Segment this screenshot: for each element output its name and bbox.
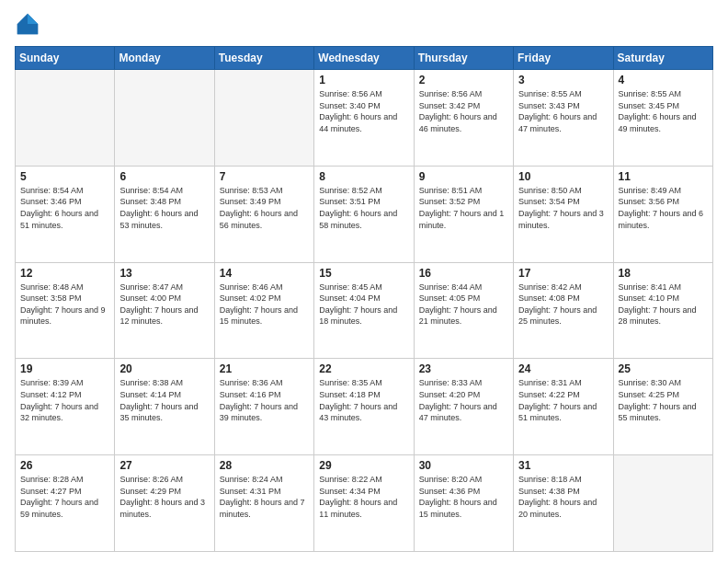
calendar-day-cell: 23Sunrise: 8:33 AMSunset: 4:20 PMDayligh…	[414, 359, 513, 455]
day-number: 24	[518, 362, 608, 375]
day-number: 26	[20, 459, 109, 472]
day-info: Sunrise: 8:26 AMSunset: 4:29 PMDaylight:…	[119, 474, 209, 520]
calendar-day-cell: 27Sunrise: 8:26 AMSunset: 4:29 PMDayligh…	[115, 455, 214, 552]
calendar-day-cell: 11Sunrise: 8:49 AMSunset: 3:56 PMDayligh…	[613, 166, 712, 262]
day-number: 14	[220, 267, 309, 280]
calendar-day-cell: 16Sunrise: 8:44 AMSunset: 4:05 PMDayligh…	[414, 262, 513, 359]
calendar-day-cell: 2Sunrise: 8:56 AMSunset: 3:42 PMDaylight…	[414, 70, 513, 167]
calendar-day-cell: 3Sunrise: 8:55 AMSunset: 3:43 PMDaylight…	[514, 70, 613, 167]
day-info: Sunrise: 8:56 AMSunset: 3:40 PMDaylight:…	[319, 88, 408, 134]
calendar-day-cell: 15Sunrise: 8:45 AMSunset: 4:04 PMDayligh…	[314, 262, 414, 359]
day-info: Sunrise: 8:45 AMSunset: 4:04 PMDaylight:…	[319, 282, 408, 327]
calendar-week-row: 1Sunrise: 8:56 AMSunset: 3:40 PMDaylight…	[16, 70, 713, 167]
day-number: 10	[518, 170, 608, 183]
calendar-week-row: 26Sunrise: 8:28 AMSunset: 4:27 PMDayligh…	[16, 455, 713, 552]
day-info: Sunrise: 8:39 AMSunset: 4:12 PMDaylight:…	[20, 377, 109, 423]
day-info: Sunrise: 8:49 AMSunset: 3:56 PMDaylight:…	[619, 185, 708, 231]
day-number: 4	[619, 74, 708, 86]
day-number: 21	[220, 362, 309, 375]
calendar-day-cell: 5Sunrise: 8:54 AMSunset: 3:46 PMDaylight…	[16, 166, 115, 262]
calendar-day-cell: 31Sunrise: 8:18 AMSunset: 4:38 PMDayligh…	[514, 455, 613, 552]
calendar-day-cell: 19Sunrise: 8:39 AMSunset: 4:12 PMDayligh…	[16, 359, 115, 455]
day-number: 8	[319, 170, 408, 183]
day-number: 27	[119, 459, 209, 472]
calendar-day-cell: 21Sunrise: 8:36 AMSunset: 4:16 PMDayligh…	[214, 359, 313, 455]
day-info: Sunrise: 8:46 AMSunset: 4:02 PMDaylight:…	[220, 282, 309, 327]
day-info: Sunrise: 8:24 AMSunset: 4:31 PMDaylight:…	[220, 474, 309, 520]
svg-marker-1	[28, 14, 38, 24]
calendar-week-row: 19Sunrise: 8:39 AMSunset: 4:12 PMDayligh…	[16, 359, 713, 455]
calendar-day-cell	[214, 70, 313, 167]
day-info: Sunrise: 8:44 AMSunset: 4:05 PMDaylight:…	[419, 282, 508, 327]
calendar-day-cell: 24Sunrise: 8:31 AMSunset: 4:22 PMDayligh…	[514, 359, 613, 455]
day-info: Sunrise: 8:47 AMSunset: 4:00 PMDaylight:…	[119, 282, 209, 327]
calendar-day-cell	[16, 70, 115, 167]
day-number: 2	[419, 74, 508, 86]
calendar-day-cell: 7Sunrise: 8:53 AMSunset: 3:49 PMDaylight…	[214, 166, 313, 262]
weekday-header: Wednesday	[314, 47, 414, 70]
calendar-day-cell: 10Sunrise: 8:50 AMSunset: 3:54 PMDayligh…	[514, 166, 613, 262]
day-number: 18	[619, 267, 708, 280]
day-number: 31	[518, 459, 608, 472]
svg-rect-2	[17, 24, 38, 34]
day-info: Sunrise: 8:55 AMSunset: 3:43 PMDaylight:…	[518, 88, 608, 134]
logo-icon	[15, 11, 40, 37]
calendar-day-cell: 30Sunrise: 8:20 AMSunset: 4:36 PMDayligh…	[414, 455, 513, 552]
calendar-day-cell: 4Sunrise: 8:55 AMSunset: 3:45 PMDaylight…	[613, 70, 712, 167]
calendar-day-cell: 14Sunrise: 8:46 AMSunset: 4:02 PMDayligh…	[214, 262, 313, 359]
calendar-day-cell: 1Sunrise: 8:56 AMSunset: 3:40 PMDaylight…	[314, 70, 414, 167]
day-info: Sunrise: 8:31 AMSunset: 4:22 PMDaylight:…	[518, 377, 608, 423]
calendar-day-cell: 28Sunrise: 8:24 AMSunset: 4:31 PMDayligh…	[214, 455, 313, 552]
day-info: Sunrise: 8:52 AMSunset: 3:51 PMDaylight:…	[319, 185, 408, 231]
calendar-day-cell: 22Sunrise: 8:35 AMSunset: 4:18 PMDayligh…	[314, 359, 414, 455]
calendar-day-cell: 29Sunrise: 8:22 AMSunset: 4:34 PMDayligh…	[314, 455, 414, 552]
calendar-day-cell: 17Sunrise: 8:42 AMSunset: 4:08 PMDayligh…	[514, 262, 613, 359]
logo	[15, 11, 44, 37]
day-info: Sunrise: 8:22 AMSunset: 4:34 PMDaylight:…	[319, 474, 408, 520]
calendar-week-row: 12Sunrise: 8:48 AMSunset: 3:58 PMDayligh…	[16, 262, 713, 359]
day-number: 29	[319, 459, 408, 472]
calendar-day-cell: 20Sunrise: 8:38 AMSunset: 4:14 PMDayligh…	[115, 359, 214, 455]
calendar-day-cell	[613, 455, 712, 552]
day-info: Sunrise: 8:48 AMSunset: 3:58 PMDaylight:…	[20, 282, 109, 327]
day-number: 12	[20, 267, 109, 280]
day-number: 23	[419, 362, 508, 375]
day-number: 22	[319, 362, 408, 375]
calendar-day-cell	[115, 70, 214, 167]
day-number: 25	[619, 362, 708, 375]
day-info: Sunrise: 8:18 AMSunset: 4:38 PMDaylight:…	[518, 474, 608, 520]
day-number: 3	[518, 74, 608, 86]
day-info: Sunrise: 8:54 AMSunset: 3:46 PMDaylight:…	[20, 185, 109, 231]
day-number: 28	[220, 459, 309, 472]
day-info: Sunrise: 8:50 AMSunset: 3:54 PMDaylight:…	[518, 185, 608, 231]
day-info: Sunrise: 8:54 AMSunset: 3:48 PMDaylight:…	[119, 185, 209, 231]
day-number: 7	[220, 170, 309, 183]
day-number: 16	[419, 267, 508, 280]
calendar-day-cell: 13Sunrise: 8:47 AMSunset: 4:00 PMDayligh…	[115, 262, 214, 359]
page: SundayMondayTuesdayWednesdayThursdayFrid…	[0, 0, 728, 563]
weekday-header: Friday	[514, 47, 613, 70]
day-number: 30	[419, 459, 508, 472]
day-number: 1	[319, 74, 408, 86]
day-info: Sunrise: 8:38 AMSunset: 4:14 PMDaylight:…	[119, 377, 209, 423]
day-info: Sunrise: 8:30 AMSunset: 4:25 PMDaylight:…	[619, 377, 708, 423]
day-number: 15	[319, 267, 408, 280]
day-info: Sunrise: 8:41 AMSunset: 4:10 PMDaylight:…	[619, 282, 708, 327]
calendar-day-cell: 12Sunrise: 8:48 AMSunset: 3:58 PMDayligh…	[16, 262, 115, 359]
day-number: 6	[119, 170, 209, 183]
calendar-day-cell: 25Sunrise: 8:30 AMSunset: 4:25 PMDayligh…	[613, 359, 712, 455]
day-number: 5	[20, 170, 109, 183]
calendar-day-cell: 6Sunrise: 8:54 AMSunset: 3:48 PMDaylight…	[115, 166, 214, 262]
weekday-header: Tuesday	[214, 47, 313, 70]
weekday-header: Monday	[115, 47, 214, 70]
day-number: 11	[619, 170, 708, 183]
day-info: Sunrise: 8:56 AMSunset: 3:42 PMDaylight:…	[419, 88, 508, 134]
day-info: Sunrise: 8:33 AMSunset: 4:20 PMDaylight:…	[419, 377, 508, 423]
day-info: Sunrise: 8:36 AMSunset: 4:16 PMDaylight:…	[220, 377, 309, 423]
day-number: 13	[119, 267, 209, 280]
day-info: Sunrise: 8:20 AMSunset: 4:36 PMDaylight:…	[419, 474, 508, 520]
calendar-day-cell: 26Sunrise: 8:28 AMSunset: 4:27 PMDayligh…	[16, 455, 115, 552]
day-info: Sunrise: 8:28 AMSunset: 4:27 PMDaylight:…	[20, 474, 109, 520]
weekday-header: Sunday	[16, 47, 115, 70]
calendar-week-row: 5Sunrise: 8:54 AMSunset: 3:46 PMDaylight…	[16, 166, 713, 262]
